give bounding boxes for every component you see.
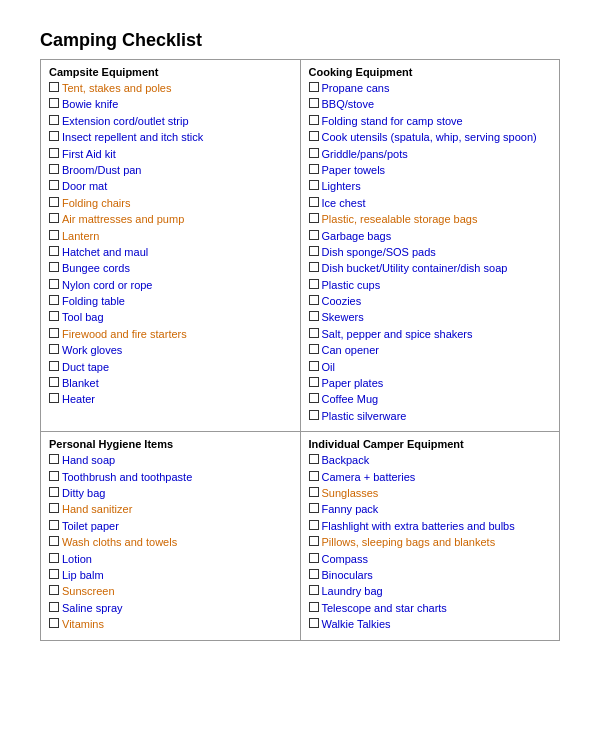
item-label: Can opener (322, 343, 380, 358)
checkbox-icon[interactable] (49, 618, 59, 628)
checkbox-icon[interactable] (309, 618, 319, 628)
checkbox-icon[interactable] (49, 164, 59, 174)
checkbox-icon[interactable] (49, 602, 59, 612)
checkbox-icon[interactable] (309, 536, 319, 546)
item-label: Lip balm (62, 568, 104, 583)
checkbox-icon[interactable] (309, 520, 319, 530)
checkbox-icon[interactable] (49, 569, 59, 579)
checkbox-icon[interactable] (49, 311, 59, 321)
checkbox-icon[interactable] (309, 180, 319, 190)
item-label: Telescope and star charts (322, 601, 447, 616)
checkbox-icon[interactable] (49, 213, 59, 223)
checkbox-icon[interactable] (309, 602, 319, 612)
list-item: Dish sponge/SOS pads (309, 245, 552, 260)
item-label: Skewers (322, 310, 364, 325)
checkbox-icon[interactable] (49, 393, 59, 403)
list-item: Walkie Talkies (309, 617, 552, 632)
list-item: Firewood and fire starters (49, 327, 292, 342)
checkbox-icon[interactable] (49, 148, 59, 158)
checkbox-icon[interactable] (309, 361, 319, 371)
checkbox-icon[interactable] (309, 279, 319, 289)
checkbox-icon[interactable] (309, 569, 319, 579)
item-label: Ditty bag (62, 486, 105, 501)
checkbox-icon[interactable] (309, 230, 319, 240)
list-item: Sunglasses (309, 486, 552, 501)
item-label: Hatchet and maul (62, 245, 148, 260)
checkbox-icon[interactable] (309, 454, 319, 464)
item-label: Hand soap (62, 453, 115, 468)
individual-camper-header: Individual Camper Equipment (309, 438, 552, 450)
checkbox-icon[interactable] (309, 553, 319, 563)
item-label: Paper towels (322, 163, 386, 178)
item-label: Sunscreen (62, 584, 115, 599)
item-label: Duct tape (62, 360, 109, 375)
list-item: Compass (309, 552, 552, 567)
campsite-equipment-cell: Campsite EquipmentTent, stakes and poles… (41, 60, 301, 432)
item-label: Toothbrush and toothpaste (62, 470, 192, 485)
checkbox-icon[interactable] (309, 115, 319, 125)
checkbox-icon[interactable] (49, 262, 59, 272)
item-label: Griddle/pans/pots (322, 147, 408, 162)
item-label: Firewood and fire starters (62, 327, 187, 342)
checkbox-icon[interactable] (309, 487, 319, 497)
checkbox-icon[interactable] (49, 487, 59, 497)
checkbox-icon[interactable] (49, 98, 59, 108)
checkbox-icon[interactable] (49, 471, 59, 481)
checkbox-icon[interactable] (309, 344, 319, 354)
checkbox-icon[interactable] (49, 131, 59, 141)
checkbox-icon[interactable] (49, 328, 59, 338)
checkbox-icon[interactable] (309, 377, 319, 387)
checkbox-icon[interactable] (49, 82, 59, 92)
checkbox-icon[interactable] (309, 471, 319, 481)
list-item: First Aid kit (49, 147, 292, 162)
checkbox-icon[interactable] (309, 585, 319, 595)
list-item: Plastic, resealable storage bags (309, 212, 552, 227)
item-label: Paper plates (322, 376, 384, 391)
checkbox-icon[interactable] (309, 131, 319, 141)
checkbox-icon[interactable] (309, 197, 319, 207)
item-label: Bungee cords (62, 261, 130, 276)
checkbox-icon[interactable] (309, 82, 319, 92)
list-item: Camera + batteries (309, 470, 552, 485)
item-label: Hand sanitizer (62, 502, 132, 517)
checkbox-icon[interactable] (49, 520, 59, 530)
checkbox-icon[interactable] (49, 246, 59, 256)
checkbox-icon[interactable] (309, 148, 319, 158)
checkbox-icon[interactable] (49, 230, 59, 240)
checkbox-icon[interactable] (49, 180, 59, 190)
checkbox-icon[interactable] (309, 410, 319, 420)
checkbox-icon[interactable] (49, 361, 59, 371)
checkbox-icon[interactable] (49, 115, 59, 125)
checkbox-icon[interactable] (49, 503, 59, 513)
checkbox-icon[interactable] (309, 98, 319, 108)
checkbox-icon[interactable] (309, 328, 319, 338)
item-label: Dish sponge/SOS pads (322, 245, 436, 260)
checkbox-icon[interactable] (49, 454, 59, 464)
checkbox-icon[interactable] (49, 197, 59, 207)
checkbox-icon[interactable] (309, 262, 319, 272)
list-item: Plastic cups (309, 278, 552, 293)
item-label: Salt, pepper and spice shakers (322, 327, 473, 342)
checkbox-icon[interactable] (309, 295, 319, 305)
checkbox-icon[interactable] (309, 213, 319, 223)
checkbox-icon[interactable] (49, 553, 59, 563)
item-label: Wash cloths and towels (62, 535, 177, 550)
item-label: Sunglasses (322, 486, 379, 501)
list-item: Backpack (309, 453, 552, 468)
list-item: Dish bucket/Utility container/dish soap (309, 261, 552, 276)
checkbox-icon[interactable] (49, 585, 59, 595)
checkbox-icon[interactable] (309, 311, 319, 321)
checkbox-icon[interactable] (49, 377, 59, 387)
checkbox-icon[interactable] (49, 536, 59, 546)
item-label: Insect repellent and itch stick (62, 130, 203, 145)
checkbox-icon[interactable] (309, 246, 319, 256)
checkbox-icon[interactable] (49, 279, 59, 289)
checkbox-icon[interactable] (49, 295, 59, 305)
list-item: Saline spray (49, 601, 292, 616)
list-item: Sunscreen (49, 584, 292, 599)
checkbox-icon[interactable] (309, 164, 319, 174)
checkbox-icon[interactable] (309, 503, 319, 513)
list-item: Folding table (49, 294, 292, 309)
checkbox-icon[interactable] (309, 393, 319, 403)
checkbox-icon[interactable] (49, 344, 59, 354)
